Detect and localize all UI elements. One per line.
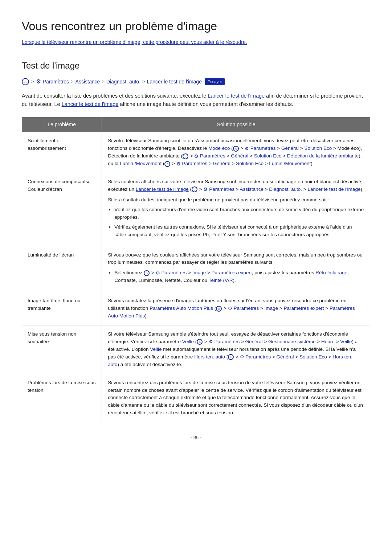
parametres-link-4[interactable]: Paramètres bbox=[209, 186, 234, 192]
solution-list: Vérifiez que les connecteurs d'entrée vi… bbox=[114, 206, 364, 239]
breadcrumb-sep-4: > bbox=[142, 78, 145, 85]
page-title: Vous rencontrez un problème d'image bbox=[22, 17, 370, 35]
params-expert-link-2[interactable]: Paramètres expert bbox=[283, 305, 324, 311]
parametres-link-2[interactable]: Paramètres bbox=[200, 153, 225, 159]
home-icon[interactable]: ⌂ bbox=[22, 78, 29, 85]
col-header-problem: Le problème bbox=[22, 117, 102, 132]
breadcrumb-sep-2: > bbox=[71, 78, 74, 85]
breadcrumb-sep-1: > bbox=[31, 78, 34, 85]
problem-label: Scintillement et assombrissement bbox=[22, 132, 102, 173]
table-row: Image fantôme, floue ou tremblante Si vo… bbox=[22, 292, 370, 325]
solution-eco-link-4[interactable]: Solution Eco bbox=[299, 354, 327, 360]
link-lancer-test-1[interactable]: Lancer le test de l'image bbox=[208, 93, 265, 99]
gear-icon-inline: ⚙ bbox=[245, 145, 249, 152]
solution-text: Si vous constatez la présence d'images f… bbox=[102, 292, 370, 325]
lumin-mouv-link2[interactable]: Lumin./Mouvement bbox=[269, 161, 311, 166]
breadcrumb-sep-3: > bbox=[102, 78, 105, 85]
home-icon-inline2: ⌂ bbox=[183, 153, 188, 159]
gear-icon-1: ⚙ bbox=[36, 77, 41, 86]
table-row: Connexions de composants/Couleur d'écran… bbox=[22, 173, 370, 246]
heure-link[interactable]: Heure bbox=[321, 339, 335, 344]
parametres-link-5[interactable]: Paramètres bbox=[162, 270, 187, 275]
general-link-1[interactable]: Général bbox=[281, 145, 299, 151]
page-subtitle: Lorsque le téléviseur rencontre un probl… bbox=[22, 38, 370, 46]
solution-text: Si les couleurs affichées sur votre télé… bbox=[102, 173, 370, 246]
diagnost-link-1[interactable]: Diagnost. auto. bbox=[269, 186, 302, 192]
table-row: Problèmes lors de la mise sous tension S… bbox=[22, 374, 370, 422]
home-icon-inline: ⌂ bbox=[233, 146, 239, 152]
list-item: Vérifiez que les connecteurs d'entrée vi… bbox=[114, 206, 364, 221]
hors-ten-link-1[interactable]: Hors ten. auto bbox=[194, 354, 225, 360]
gear-icon-inline2: ⚙ bbox=[194, 153, 199, 160]
home-icon-inline5: ⌂ bbox=[144, 270, 150, 276]
parametres-link-6[interactable]: Paramètres bbox=[233, 305, 259, 311]
lancer-test-link-col[interactable]: Lancer le test de l'image bbox=[136, 186, 189, 192]
detection-lumiere-link[interactable]: Détection de la lumière ambiante bbox=[287, 153, 359, 159]
home-icon-inline4: ⌂ bbox=[192, 186, 197, 192]
problem-label: Problèmes lors de la mise sous tension bbox=[22, 374, 102, 422]
solution-eco-link-3[interactable]: Solution Eco bbox=[236, 161, 264, 166]
table-row: Mise sous tension non souhaitée Si votre… bbox=[22, 325, 370, 374]
breadcrumb-diagnost[interactable]: Diagnost. auto. bbox=[106, 78, 140, 86]
general-link-3[interactable]: Général bbox=[213, 161, 230, 166]
gear-icon-inline6: ⚙ bbox=[228, 305, 232, 312]
gear-icon-inline3: ⚙ bbox=[176, 160, 181, 168]
retroeclairage-link[interactable]: Rétroéclairage bbox=[315, 270, 347, 275]
breadcrumb-assistance[interactable]: Assistance bbox=[75, 78, 100, 86]
problem-label: Luminosité de l'écran bbox=[22, 246, 102, 292]
gear-icon-inline7: ⚙ bbox=[209, 338, 213, 345]
mode-eco-link[interactable]: Mode éco bbox=[208, 145, 230, 151]
gear-icon-inline5: ⚙ bbox=[156, 270, 160, 277]
auto-motion-link[interactable]: Paramètres Auto Motion Plus bbox=[150, 305, 213, 311]
home-icon-inline6: ⌂ bbox=[216, 306, 222, 312]
col-header-solution: Solution possible bbox=[102, 117, 370, 132]
lancer-test-link-sub[interactable]: Lancer le test de l'image bbox=[307, 186, 360, 192]
problem-label: Mise sous tension non souhaitée bbox=[22, 325, 102, 374]
veille-link-1[interactable]: Veille bbox=[182, 339, 194, 344]
general-link-5[interactable]: Général bbox=[277, 354, 294, 360]
solutions-table: Le problème Solution possible Scintillem… bbox=[22, 117, 370, 422]
breadcrumb-parametres[interactable]: Paramètres bbox=[43, 78, 69, 86]
parametres-link-1[interactable]: Paramètres bbox=[250, 145, 276, 151]
solution-text: Si votre téléviseur Samsung scintille ou… bbox=[102, 132, 370, 173]
essayer-badge[interactable]: Essayer bbox=[205, 78, 225, 86]
solution-text: Si votre téléviseur Samsung semble s'éte… bbox=[102, 325, 370, 374]
problem-label: Connexions de composants/Couleur d'écran bbox=[22, 173, 102, 246]
image-link-2[interactable]: Image bbox=[265, 305, 278, 311]
gest-sys-link[interactable]: Gestionnaire système bbox=[268, 339, 316, 344]
gear-icon-inline8: ⚙ bbox=[240, 353, 244, 361]
page-number: - 96 - bbox=[22, 434, 370, 441]
breadcrumb: ⌂ > ⚙ Paramètres > Assistance > Diagnost… bbox=[22, 77, 370, 86]
parametres-link-8[interactable]: Paramètres bbox=[245, 354, 271, 360]
solution-eco-link-2[interactable]: Solution Eco bbox=[254, 153, 282, 159]
intro-paragraph: Avant de consulter la liste des problème… bbox=[22, 92, 370, 108]
list-item: Sélectionnez ⌂ > ⚙ Paramètres > Image > … bbox=[114, 269, 364, 284]
general-link-2[interactable]: Général bbox=[231, 153, 248, 159]
solution-list-lum: Sélectionnez ⌂ > ⚙ Paramètres > Image > … bbox=[114, 269, 364, 284]
solution-text: Si vous trouvez que les couleurs affiché… bbox=[102, 246, 370, 292]
params-expert-link-1[interactable]: Paramètres expert bbox=[212, 270, 252, 275]
general-link-4[interactable]: Général bbox=[245, 339, 263, 344]
home-icon-inline8: ⌂ bbox=[228, 354, 234, 360]
problem-label: Image fantôme, floue ou tremblante bbox=[22, 292, 102, 325]
table-row: Scintillement et assombrissement Si votr… bbox=[22, 132, 370, 173]
link-lancer-test-2[interactable]: Lancer le test de l'image bbox=[62, 101, 119, 107]
home-icon-inline3: ⌂ bbox=[164, 161, 170, 167]
veille-link-2[interactable]: Veille bbox=[340, 339, 352, 344]
parametres-link-3[interactable]: Paramètres bbox=[182, 161, 208, 166]
table-row: Luminosité de l'écran Si vous trouvez qu… bbox=[22, 246, 370, 292]
solution-text: Si vous rencontrez des problèmes lors de… bbox=[102, 374, 370, 422]
list-item: Vérifiez également les autres connexions… bbox=[114, 223, 364, 239]
gear-icon-inline4: ⚙ bbox=[203, 186, 208, 193]
section-title: Test de l'image bbox=[22, 59, 370, 72]
parametres-link-7[interactable]: Paramètres bbox=[214, 339, 240, 344]
solution-eco-link-1[interactable]: Solution Eco bbox=[304, 145, 332, 151]
teinte-link[interactable]: Teinte (V/R) bbox=[209, 278, 234, 283]
image-link-1[interactable]: Image bbox=[192, 270, 206, 275]
home-icon-inline7: ⌂ bbox=[197, 339, 203, 345]
lumin-mouv-link[interactable]: Lumin./Mouvement bbox=[120, 161, 162, 166]
breadcrumb-lancer[interactable]: Lancer le test de l'image bbox=[147, 78, 202, 86]
veille-link-3[interactable]: Veille bbox=[150, 346, 162, 352]
assistance-link-1[interactable]: Assistance bbox=[240, 186, 264, 192]
